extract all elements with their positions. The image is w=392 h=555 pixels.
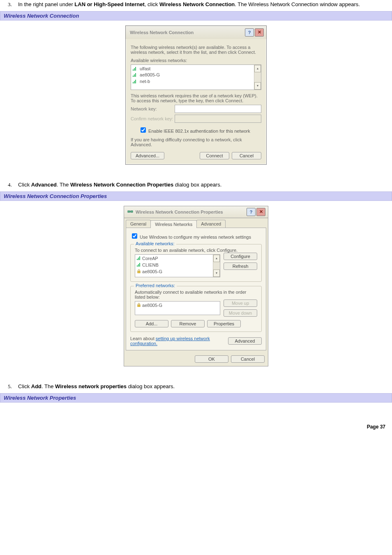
list-item[interactable]: CoreAP (137, 256, 211, 262)
svg-rect-13 (138, 258, 139, 260)
move-down-button[interactable]: Move down (224, 309, 257, 317)
dialog-wncp-titlebar: Wireless Network Connection Properties ?… (124, 206, 268, 218)
step5-text: Click Add. The Wireless network properti… (18, 383, 175, 389)
dialog-wncp-title: Wireless Network Connection Properties (136, 210, 223, 214)
page-number: Page 37 (0, 408, 392, 436)
step-4-number: 4. (8, 181, 12, 189)
advanced-button[interactable]: Advanced (228, 337, 262, 345)
step-5: 5. Click Add. The Wireless network prope… (0, 383, 392, 391)
step3-text: In the right panel under LAN or High-Spe… (18, 1, 360, 7)
svg-rect-3 (133, 76, 134, 77)
list-item[interactable]: net-b (133, 78, 252, 85)
svg-rect-12 (137, 259, 138, 260)
list-item[interactable]: ae8005-G (137, 302, 218, 309)
wnc-desc: The following wireless network(s) are av… (131, 45, 261, 55)
enable-8021x-row[interactable]: Enable IEEE 802.1x authentication for th… (139, 126, 261, 134)
dialog-wnc-title: Wireless Network Connection (130, 30, 194, 35)
svg-rect-17 (139, 263, 140, 267)
svg-rect-8 (135, 80, 136, 83)
available-legend: Available networks: (134, 241, 176, 246)
wnc-difficulty: If you are having difficulty connecting … (131, 137, 261, 147)
step4-text: Click Advanced. The Wireless Network Con… (18, 182, 221, 188)
cancel-button[interactable]: Cancel (231, 355, 265, 363)
section-head-wnc: Wireless Network Connection (0, 11, 392, 21)
list-item[interactable]: CLIENB (137, 262, 211, 269)
step-3-number: 3. (8, 1, 12, 9)
step-5-number: 5. (8, 383, 12, 391)
advanced-button[interactable]: Advanced... (131, 152, 164, 159)
svg-rect-19 (138, 305, 140, 307)
signal-icon (133, 67, 137, 71)
move-up-button[interactable]: Move up (224, 299, 257, 307)
available-hint: To connect to an available network, clic… (135, 248, 257, 253)
section-head-wncp: Wireless Network Connection Properties (0, 191, 392, 201)
svg-rect-18 (138, 271, 140, 273)
svg-rect-0 (133, 69, 134, 71)
ok-button[interactable]: OK (195, 355, 228, 363)
svg-rect-6 (133, 82, 134, 83)
dialog-wnc: Wireless Network Connection ? ✕ The foll… (125, 25, 267, 165)
confirm-key-label: Confirm network key: (131, 116, 175, 121)
scrollbar[interactable]: ▴ ▾ (213, 255, 220, 277)
available-networks-listbox[interactable]: CoreAP CLIENB ae8005-G (135, 254, 220, 277)
svg-rect-4 (134, 74, 135, 77)
add-button[interactable]: Add... (135, 320, 168, 327)
help-icon[interactable]: ? (247, 208, 256, 216)
help-icon[interactable]: ? (245, 28, 254, 37)
configure-button[interactable]: Configure (224, 253, 257, 260)
scroll-up-icon[interactable]: ▴ (213, 255, 220, 262)
preferred-networks-fieldset: Preferred networks: Automatically connec… (130, 286, 262, 332)
signal-icon (133, 79, 137, 83)
svg-rect-14 (139, 256, 140, 260)
use-windows-label: Use Windows to configure my wireless net… (140, 235, 251, 240)
use-windows-row[interactable]: Use Windows to configure my wireless net… (130, 232, 262, 240)
preferred-hint: Automatically connect to available netwo… (135, 290, 257, 299)
scroll-up-icon[interactable]: ▴ (254, 65, 261, 72)
scroll-down-icon[interactable]: ▾ (254, 82, 261, 90)
section-head-wnp: Wireless Network Properties (0, 393, 392, 403)
refresh-button[interactable]: Refresh (224, 263, 257, 270)
scrollbar[interactable]: ▴ ▾ (254, 65, 261, 90)
use-windows-checkbox[interactable] (132, 233, 137, 239)
network-key-input[interactable] (175, 105, 261, 113)
svg-rect-10 (131, 211, 133, 212)
lock-icon (137, 303, 141, 307)
signal-icon (133, 73, 137, 77)
list-item[interactable]: ae8005-G (137, 269, 211, 275)
signal-icon (137, 256, 141, 260)
svg-rect-15 (137, 265, 138, 267)
tabs: General Wireless Networks Advanced (124, 218, 268, 228)
available-networks-listbox[interactable]: ulfast ae8005-G net-b ▴ ▾ (131, 64, 261, 90)
list-item[interactable]: ulfast (133, 66, 252, 72)
dialog-wncp: Wireless Network Connection Properties ?… (124, 206, 268, 366)
preferred-networks-listbox[interactable]: ae8005-G (135, 301, 220, 315)
svg-rect-7 (134, 81, 135, 83)
connect-button[interactable]: Connect (200, 152, 229, 159)
close-icon[interactable]: ✕ (256, 208, 265, 216)
dialog-wnc-titlebar: Wireless Network Connection ? ✕ (126, 26, 266, 39)
tab-general[interactable]: General (126, 220, 151, 228)
figure-wncp: Wireless Network Connection Properties ?… (0, 206, 392, 366)
tab-advanced[interactable]: Advanced (196, 220, 226, 228)
wnc-wep-text: This wireless network requires the use o… (131, 93, 261, 103)
scroll-down-icon[interactable]: ▾ (213, 269, 220, 277)
preferred-legend: Preferred networks: (134, 283, 177, 288)
step-4: 4. Click Advanced. The Wireless Network … (0, 181, 392, 189)
close-icon[interactable]: ✕ (255, 28, 264, 37)
list-item[interactable]: ae8005-G (133, 72, 252, 78)
cancel-button[interactable]: Cancel (232, 152, 261, 159)
properties-button[interactable]: Properties (207, 320, 241, 327)
enable-8021x-label: Enable IEEE 802.1x authentication for th… (148, 129, 250, 134)
confirm-key-input (175, 115, 261, 123)
svg-rect-16 (138, 264, 139, 267)
network-icon (127, 209, 133, 215)
remove-button[interactable]: Remove (171, 320, 205, 327)
svg-rect-9 (128, 211, 130, 212)
lock-icon (137, 269, 141, 273)
network-key-label: Network key: (131, 106, 175, 111)
available-networks-fieldset: Available networks: To connect to an ava… (130, 244, 262, 282)
svg-rect-1 (134, 68, 135, 71)
enable-8021x-checkbox[interactable] (141, 127, 146, 133)
tab-wireless-networks[interactable]: Wireless Networks (150, 220, 197, 228)
learn-about: Learn about setting up wireless network … (130, 336, 212, 346)
